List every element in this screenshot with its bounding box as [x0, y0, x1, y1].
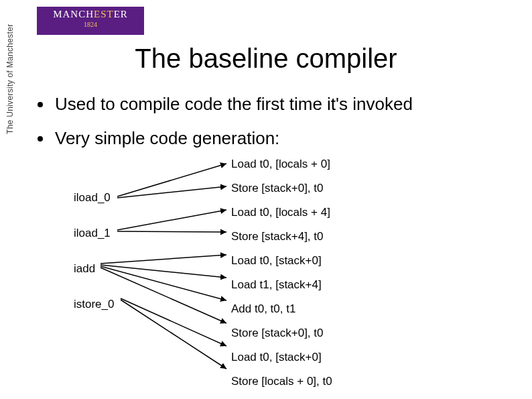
bytecode-column: iload_0 iload_1 iadd istore_0 [74, 191, 114, 333]
svg-line-3 [117, 231, 226, 232]
output-instruction: Store [stack+0], t0 [231, 327, 332, 340]
svg-line-2 [117, 210, 226, 230]
svg-line-9 [121, 300, 226, 369]
output-instruction: Store [stack+4], t0 [231, 230, 332, 243]
output-instruction: Load t0, [locals + 4] [231, 206, 332, 219]
output-instruction: Load t0, [locals + 0] [231, 158, 332, 171]
bullet-text: Very simple code generation: [55, 128, 279, 149]
bytecode-instruction: istore_0 [74, 298, 114, 311]
svg-line-6 [101, 266, 226, 300]
output-instruction: Load t0, [stack+0] [231, 351, 332, 364]
bullet-list: Used to compile code the first time it's… [38, 94, 413, 162]
manchester-logo: MANCHESTER 1824 [37, 7, 144, 35]
svg-line-7 [101, 268, 226, 323]
bullet-item: Very simple code generation: [38, 128, 413, 149]
bytecode-instruction: iadd [74, 262, 114, 276]
logo-part1: MANCH [53, 9, 94, 19]
page-title: The baseline compiler [0, 44, 532, 74]
bullet-text: Used to compile code the first time it's… [55, 94, 413, 115]
bytecode-instruction: iload_1 [74, 227, 114, 240]
logo-part2: EST [94, 9, 114, 19]
output-instruction: Load t1, [stack+4] [231, 278, 332, 292]
logo-part3: ER [114, 9, 128, 19]
output-instruction: Add t0, t0, t1 [231, 302, 332, 316]
svg-line-0 [117, 164, 226, 196]
output-instruction: Load t0, [stack+0] [231, 254, 332, 268]
output-column: Load t0, [locals + 0] Store [stack+0], t… [231, 158, 332, 399]
svg-line-1 [117, 186, 226, 198]
sidebar-institution: The University of Manchester [5, 24, 15, 134]
svg-line-4 [101, 255, 226, 264]
bytecode-instruction: iload_0 [74, 191, 114, 205]
logo-name: MANCHESTER [37, 9, 144, 20]
bullet-item: Used to compile code the first time it's… [38, 94, 413, 115]
output-instruction: Store [locals + 0], t0 [231, 375, 332, 388]
bullet-dot-icon [38, 102, 43, 107]
svg-line-8 [121, 298, 226, 346]
output-instruction: Store [stack+0], t0 [231, 182, 332, 195]
logo-year: 1824 [37, 21, 144, 28]
svg-line-5 [101, 265, 226, 278]
bullet-dot-icon [38, 136, 43, 141]
